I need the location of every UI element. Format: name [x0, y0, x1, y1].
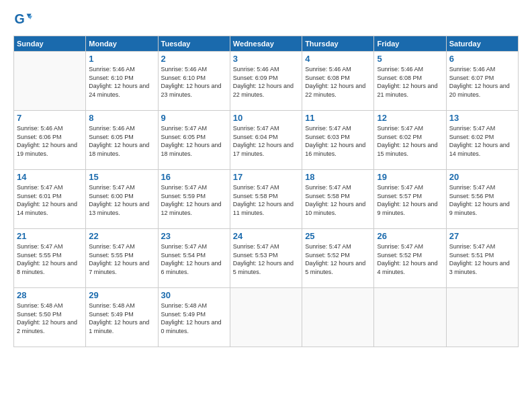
day-number: 17: [233, 172, 299, 182]
calendar-cell: 13Sunrise: 5:47 AMSunset: 6:02 PMDayligh…: [446, 111, 518, 170]
logo-icon: G: [13, 10, 32, 29]
day-info: Sunrise: 5:47 AMSunset: 5:57 PMDaylight:…: [377, 183, 443, 217]
calendar-cell: 4Sunrise: 5:46 AMSunset: 6:08 PMDaylight…: [302, 52, 374, 111]
calendar-cell: 15Sunrise: 5:47 AMSunset: 6:00 PMDayligh…: [86, 170, 158, 229]
calendar-page: G SundayMondayTuesdayWednesdayThursdayFr…: [0, 0, 532, 411]
day-number: 22: [89, 231, 154, 241]
calendar-cell: 21Sunrise: 5:47 AMSunset: 5:55 PMDayligh…: [14, 229, 86, 288]
calendar-cell: 1Sunrise: 5:46 AMSunset: 6:10 PMDaylight…: [86, 52, 158, 111]
header-monday: Monday: [86, 36, 158, 52]
calendar-cell: 26Sunrise: 5:47 AMSunset: 5:52 PMDayligh…: [374, 229, 446, 288]
header-thursday: Thursday: [302, 36, 374, 52]
day-info: Sunrise: 5:47 AMSunset: 6:02 PMDaylight:…: [449, 124, 515, 158]
day-info: Sunrise: 5:47 AMSunset: 5:52 PMDaylight:…: [377, 242, 443, 276]
calendar-cell: 11Sunrise: 5:47 AMSunset: 6:03 PMDayligh…: [302, 111, 374, 170]
day-info: Sunrise: 5:47 AMSunset: 5:51 PMDaylight:…: [449, 242, 515, 276]
day-number: 13: [449, 113, 515, 123]
day-number: 3: [233, 54, 299, 64]
day-number: 1: [89, 54, 154, 64]
day-info: Sunrise: 5:47 AMSunset: 6:05 PMDaylight:…: [161, 124, 227, 158]
calendar-cell: 23Sunrise: 5:47 AMSunset: 5:54 PMDayligh…: [158, 229, 230, 288]
day-number: 7: [17, 113, 83, 123]
day-info: Sunrise: 5:47 AMSunset: 5:59 PMDaylight:…: [161, 183, 227, 217]
calendar-cell: 6Sunrise: 5:46 AMSunset: 6:07 PMDaylight…: [446, 52, 518, 111]
day-number: 9: [161, 113, 227, 123]
day-info: Sunrise: 5:48 AMSunset: 5:49 PMDaylight:…: [161, 302, 227, 335]
calendar-cell: 24Sunrise: 5:47 AMSunset: 5:53 PMDayligh…: [230, 229, 302, 288]
calendar-cell: 3Sunrise: 5:46 AMSunset: 6:09 PMDaylight…: [230, 52, 302, 111]
day-info: Sunrise: 5:47 AMSunset: 5:58 PMDaylight:…: [233, 183, 299, 217]
day-number: 21: [17, 231, 83, 241]
day-info: Sunrise: 5:46 AMSunset: 6:08 PMDaylight:…: [305, 65, 371, 99]
day-number: 24: [233, 231, 299, 241]
day-number: 23: [161, 231, 227, 241]
calendar-cell: 19Sunrise: 5:47 AMSunset: 5:57 PMDayligh…: [374, 170, 446, 229]
header: G: [13, 10, 519, 29]
day-info: Sunrise: 5:46 AMSunset: 6:09 PMDaylight:…: [233, 65, 299, 99]
day-number: 30: [161, 290, 227, 300]
calendar-cell: 16Sunrise: 5:47 AMSunset: 5:59 PMDayligh…: [158, 170, 230, 229]
calendar-cell: 30Sunrise: 5:48 AMSunset: 5:49 PMDayligh…: [158, 288, 230, 347]
calendar-cell: 18Sunrise: 5:47 AMSunset: 5:58 PMDayligh…: [302, 170, 374, 229]
day-number: 20: [449, 172, 515, 182]
day-info: Sunrise: 5:46 AMSunset: 6:06 PMDaylight:…: [17, 124, 83, 158]
day-number: 16: [161, 172, 227, 182]
calendar-cell: 17Sunrise: 5:47 AMSunset: 5:58 PMDayligh…: [230, 170, 302, 229]
header-tuesday: Tuesday: [158, 36, 230, 52]
day-number: 27: [449, 231, 515, 241]
calendar-table: SundayMondayTuesdayWednesdayThursdayFrid…: [13, 36, 519, 347]
calendar-cell: [302, 288, 374, 347]
day-number: 19: [377, 172, 443, 182]
day-info: Sunrise: 5:48 AMSunset: 5:49 PMDaylight:…: [89, 302, 154, 335]
calendar-cell: [374, 288, 446, 347]
calendar-cell: [230, 288, 302, 347]
day-number: 2: [161, 54, 227, 64]
calendar-cell: 5Sunrise: 5:46 AMSunset: 6:08 PMDaylight…: [374, 52, 446, 111]
calendar-cell: 9Sunrise: 5:47 AMSunset: 6:05 PMDaylight…: [158, 111, 230, 170]
calendar-week-2: 14Sunrise: 5:47 AMSunset: 6:01 PMDayligh…: [14, 170, 519, 229]
day-number: 28: [17, 290, 83, 300]
day-number: 4: [305, 54, 371, 64]
day-number: 18: [305, 172, 371, 182]
header-saturday: Saturday: [446, 36, 518, 52]
header-sunday: Sunday: [14, 36, 86, 52]
day-info: Sunrise: 5:47 AMSunset: 5:52 PMDaylight:…: [305, 242, 371, 276]
calendar-week-1: 7Sunrise: 5:46 AMSunset: 6:06 PMDaylight…: [14, 111, 519, 170]
day-info: Sunrise: 5:47 AMSunset: 5:56 PMDaylight:…: [449, 183, 515, 217]
day-info: Sunrise: 5:46 AMSunset: 6:05 PMDaylight:…: [89, 124, 154, 158]
calendar-cell: 14Sunrise: 5:47 AMSunset: 6:01 PMDayligh…: [14, 170, 86, 229]
day-number: 10: [233, 113, 299, 123]
calendar-cell: 25Sunrise: 5:47 AMSunset: 5:52 PMDayligh…: [302, 229, 374, 288]
day-number: 15: [89, 172, 154, 182]
header-wednesday: Wednesday: [230, 36, 302, 52]
day-number: 26: [377, 231, 443, 241]
svg-text:G: G: [14, 11, 24, 26]
calendar-cell: 29Sunrise: 5:48 AMSunset: 5:49 PMDayligh…: [86, 288, 158, 347]
day-number: 6: [449, 54, 515, 64]
day-info: Sunrise: 5:47 AMSunset: 6:00 PMDaylight:…: [89, 183, 154, 217]
day-info: Sunrise: 5:46 AMSunset: 6:10 PMDaylight:…: [89, 65, 154, 99]
day-info: Sunrise: 5:47 AMSunset: 5:54 PMDaylight:…: [161, 242, 227, 276]
day-number: 11: [305, 113, 371, 123]
day-number: 14: [17, 172, 83, 182]
calendar-header-row: SundayMondayTuesdayWednesdayThursdayFrid…: [14, 36, 519, 52]
calendar-week-4: 28Sunrise: 5:48 AMSunset: 5:50 PMDayligh…: [14, 288, 519, 347]
calendar-cell: [14, 52, 86, 111]
day-info: Sunrise: 5:47 AMSunset: 5:53 PMDaylight:…: [233, 242, 299, 276]
logo: G: [13, 10, 35, 29]
day-number: 8: [89, 113, 154, 123]
day-number: 25: [305, 231, 371, 241]
day-number: 29: [89, 290, 154, 300]
day-info: Sunrise: 5:47 AMSunset: 5:55 PMDaylight:…: [89, 242, 154, 276]
calendar-cell: 7Sunrise: 5:46 AMSunset: 6:06 PMDaylight…: [14, 111, 86, 170]
calendar-cell: 28Sunrise: 5:48 AMSunset: 5:50 PMDayligh…: [14, 288, 86, 347]
header-friday: Friday: [374, 36, 446, 52]
calendar-cell: 20Sunrise: 5:47 AMSunset: 5:56 PMDayligh…: [446, 170, 518, 229]
calendar-cell: 2Sunrise: 5:46 AMSunset: 6:10 PMDaylight…: [158, 52, 230, 111]
calendar-cell: 10Sunrise: 5:47 AMSunset: 6:04 PMDayligh…: [230, 111, 302, 170]
calendar-cell: 8Sunrise: 5:46 AMSunset: 6:05 PMDaylight…: [86, 111, 158, 170]
day-info: Sunrise: 5:47 AMSunset: 6:04 PMDaylight:…: [233, 124, 299, 158]
calendar-cell: 22Sunrise: 5:47 AMSunset: 5:55 PMDayligh…: [86, 229, 158, 288]
day-info: Sunrise: 5:48 AMSunset: 5:50 PMDaylight:…: [17, 302, 83, 335]
day-info: Sunrise: 5:46 AMSunset: 6:08 PMDaylight:…: [377, 65, 443, 99]
